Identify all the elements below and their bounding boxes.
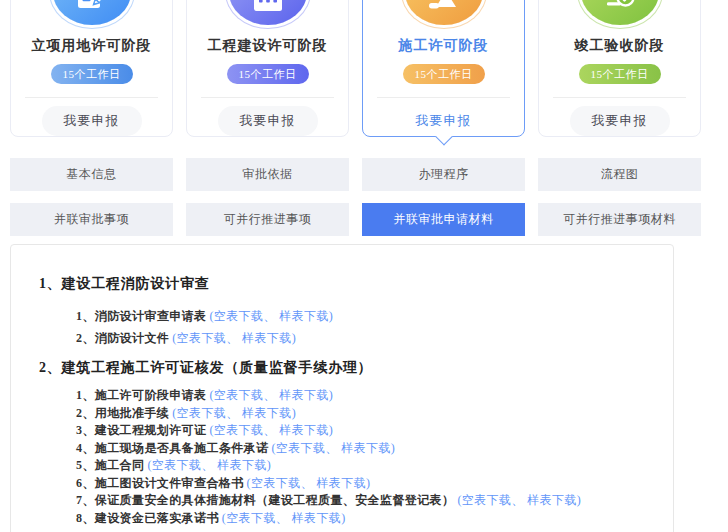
blank-form-download-link[interactable]: 空表下载: [462, 493, 512, 507]
material-label: 2、消防设计文件: [76, 331, 169, 345]
blank-form-download-link[interactable]: 空表下载: [152, 458, 202, 472]
blank-form-download-link[interactable]: 空表下载: [177, 331, 227, 345]
paren-close: ): [577, 493, 581, 507]
sample-form-download-link[interactable]: 样表下载: [279, 388, 329, 402]
stage-card-land-approval[interactable]: 立项用地许可阶段 15个工作日 我要申报: [10, 0, 173, 137]
blank-form-download-link[interactable]: 空表下载: [177, 406, 227, 420]
tab-basic-info[interactable]: 基本信息: [10, 158, 173, 191]
card-divider: [25, 97, 158, 98]
card-divider: [553, 97, 686, 98]
link-separator: 、: [325, 441, 341, 455]
material-item: 2、用地批准手续(空表下载、 样表下载): [76, 405, 655, 423]
link-separator: 、: [263, 309, 279, 323]
link-separator: 、: [226, 406, 242, 420]
material-list: 1、施工许可阶段申请表(空表下载、 样表下载) 2、用地批准手续(空表下载、 样…: [76, 387, 655, 527]
stage-title: 竣工验收阶段: [575, 37, 665, 55]
document-edit-icon: [53, 0, 131, 25]
material-links: (空表下载、 样表下载): [209, 423, 333, 437]
blank-form-download-link[interactable]: 空表下载: [226, 511, 276, 525]
paren-close: ): [267, 458, 271, 472]
paren-close: ): [329, 309, 333, 323]
sample-form-download-link[interactable]: 样表下载: [217, 458, 267, 472]
sample-form-download-link[interactable]: 样表下载: [242, 331, 292, 345]
link-separator: 、: [201, 458, 217, 472]
apply-button[interactable]: 我要申报: [570, 106, 670, 136]
tab-parallel-advance-materials[interactable]: 可并行推进事项材料: [538, 203, 701, 236]
sample-form-download-link[interactable]: 样表下载: [292, 511, 342, 525]
stage-card-work-permit[interactable]: 施工许可阶段 15个工作日 我要申报: [362, 0, 525, 137]
materials-panel: 1、建设工程消防设计审查 1、消防设计审查申请表(空表下载、 样表下载) 2、消…: [10, 244, 674, 532]
material-links: (空表下载、 样表下载): [172, 406, 296, 420]
tab-flow-chart[interactable]: 流程图: [538, 158, 701, 191]
material-label: 2、用地批准手续: [76, 406, 169, 420]
blank-form-download-link[interactable]: 空表下载: [214, 309, 264, 323]
card-divider: [201, 97, 334, 98]
stage-title: 施工许可阶段: [399, 37, 489, 55]
section-title: 1、建设工程消防设计审查: [39, 275, 655, 293]
paren-close: ): [292, 406, 296, 420]
tab-row-1: 基本信息 审批依据 办理程序 流程图: [10, 158, 701, 191]
tab-parallel-approval-items[interactable]: 并联审批事项: [10, 203, 173, 236]
material-item: 1、施工许可阶段申请表(空表下载、 样表下载): [76, 387, 655, 405]
paren-close: ): [292, 331, 296, 345]
blank-form-download-link[interactable]: 空表下载: [214, 388, 264, 402]
sample-form-download-link[interactable]: 样表下载: [341, 441, 391, 455]
link-separator: 、: [226, 331, 242, 345]
paren-close: ): [366, 476, 370, 490]
link-separator: 、: [263, 388, 279, 402]
sample-form-download-link[interactable]: 样表下载: [316, 476, 366, 490]
material-label: 4、施工现场是否具备施工条件承诺: [76, 441, 268, 455]
link-separator: 、: [301, 476, 317, 490]
material-label: 1、消防设计审查申请表: [76, 309, 206, 323]
paren-close: ): [329, 423, 333, 437]
material-links: (空表下载、 样表下载): [271, 441, 395, 455]
excavator-icon: [405, 0, 483, 25]
paren-close: ): [391, 441, 395, 455]
material-item: 4、施工现场是否具备施工条件承诺(空表下载、 样表下载): [76, 440, 655, 458]
card-divider: [377, 97, 510, 98]
apply-button[interactable]: 我要申报: [394, 106, 494, 136]
blank-form-download-link[interactable]: 空表下载: [251, 476, 301, 490]
stage-title: 立项用地许可阶段: [32, 37, 152, 55]
material-label: 7、保证质量安全的具体措施材料（建设工程质量、安全监督登记表）: [76, 493, 454, 507]
apply-button[interactable]: 我要申报: [42, 106, 142, 136]
sample-form-download-link[interactable]: 样表下载: [527, 493, 577, 507]
blank-form-download-link[interactable]: 空表下载: [214, 423, 264, 437]
material-list: 1、消防设计审查申请表(空表下载、 样表下载) 2、消防设计文件(空表下载、 样…: [76, 305, 655, 349]
material-label: 1、施工许可阶段申请表: [76, 388, 206, 402]
tab-approval-basis[interactable]: 审批依据: [186, 158, 349, 191]
material-item: 5、施工合同(空表下载、 样表下载): [76, 457, 655, 475]
tab-parallel-advance-items[interactable]: 可并行推进事项: [186, 203, 349, 236]
stage-card-completion-acceptance[interactable]: 竣工验收阶段 15个工作日 我要申报: [538, 0, 701, 137]
duration-badge: 15个工作日: [403, 64, 485, 84]
building-icon: [229, 0, 307, 25]
blank-form-download-link[interactable]: 空表下载: [276, 441, 326, 455]
link-separator: 、: [276, 511, 292, 525]
material-item: 7、保证质量安全的具体措施材料（建设工程质量、安全监督登记表）(空表下载、 样表…: [76, 492, 655, 510]
material-label: 6、施工图设计文件审查合格书: [76, 476, 244, 490]
stage-cards-row: 立项用地许可阶段 15个工作日 我要申报 工程建设许可阶段 15个工作日 我要申…: [10, 0, 701, 137]
material-item: 8、建设资金已落实承诺书(空表下载、 样表下载): [76, 510, 655, 528]
apply-button[interactable]: 我要申报: [218, 106, 318, 136]
material-links: (空表下载、 样表下载): [457, 493, 581, 507]
material-label: 3、建设工程规划许可证: [76, 423, 206, 437]
material-item: 2、消防设计文件(空表下载、 样表下载): [76, 327, 655, 349]
sample-form-download-link[interactable]: 样表下载: [279, 309, 329, 323]
tab-row-2: 并联审批事项 可并行推进事项 并联审批申请材料 可并行推进事项材料: [10, 203, 701, 236]
tab-handling-procedure[interactable]: 办理程序: [362, 158, 525, 191]
tab-parallel-approval-materials[interactable]: 并联审批申请材料: [362, 203, 525, 236]
material-links: (空表下载、 样表下载): [172, 331, 296, 345]
sample-form-download-link[interactable]: 样表下载: [279, 423, 329, 437]
paren-close: ): [341, 511, 345, 525]
material-section: 2、建筑工程施工许可证核发（质量监督手续办理） 1、施工许可阶段申请表(空表下载…: [39, 359, 655, 527]
material-links: (空表下载、 样表下载): [247, 476, 371, 490]
sample-form-download-link[interactable]: 样表下载: [242, 406, 292, 420]
checklist-icon: [581, 0, 659, 25]
duration-badge: 15个工作日: [51, 64, 133, 84]
material-label: 5、施工合同: [76, 458, 144, 472]
material-links: (空表下载、 样表下载): [222, 511, 346, 525]
material-section: 1、建设工程消防设计审查 1、消防设计审查申请表(空表下载、 样表下载) 2、消…: [39, 275, 655, 349]
material-links: (空表下载、 样表下载): [147, 458, 271, 472]
duration-badge: 15个工作日: [227, 64, 309, 84]
stage-card-construction-permit[interactable]: 工程建设许可阶段 15个工作日 我要申报: [186, 0, 349, 137]
